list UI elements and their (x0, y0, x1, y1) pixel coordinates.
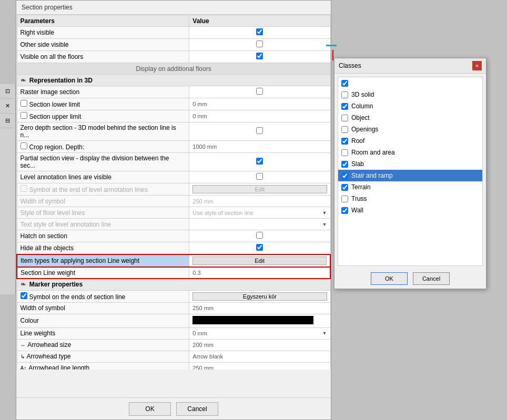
list-item[interactable]: Truss (338, 193, 482, 204)
section-upper-limit-checkbox[interactable] (21, 112, 27, 119)
class-checkbox-roof[interactable] (341, 138, 348, 145)
row-value: 0 mm ▼ (189, 327, 330, 339)
cancel-button[interactable]: Cancel (176, 402, 218, 416)
dialog-bottom-buttons: OK Cancel (334, 269, 486, 288)
classes-cancel-button[interactable]: Cancel (413, 272, 450, 285)
row-label: Right visible (17, 27, 189, 39)
table-row: Level annotation lines are visible (17, 171, 330, 183)
dropdown-arrow-icon: ▼ (322, 210, 327, 216)
partial-section-checkbox[interactable] (256, 158, 263, 165)
list-item-selected[interactable]: Stair and ramp (338, 170, 482, 181)
table-row: Raster image section (17, 86, 330, 98)
row-label: Visible on all the floors (17, 51, 189, 63)
colour-swatch[interactable] (192, 316, 313, 324)
row-label: Line weights (17, 327, 189, 339)
table-row: Right visible (17, 27, 330, 39)
row-value: Edit (189, 183, 330, 196)
list-item[interactable]: Wall (338, 204, 482, 216)
style-floor-value: Use style of section line (192, 210, 254, 216)
row-label: Style of floor level lines (17, 207, 189, 219)
group-header-label: Display on additional floors (17, 63, 330, 75)
class-label: Stair and ramp (351, 172, 393, 179)
section-lower-limit-checkbox[interactable] (21, 100, 27, 107)
hide-objects-checkbox[interactable] (256, 244, 263, 251)
class-checkbox-column[interactable] (341, 103, 348, 110)
section-line-weight-row: Section Line weight 0.3 (17, 267, 330, 279)
class-checkbox-object[interactable] (341, 115, 348, 121)
arrowhead-type-icon: ↳ (21, 354, 25, 360)
table-row: Text style of level annotation line ▼ (17, 219, 330, 230)
level-annotation-checkbox[interactable] (256, 173, 263, 180)
left-side-toolbar: ⊡ ✕ ⊟ (0, 84, 16, 294)
list-item[interactable] (338, 77, 482, 89)
crop-region-checkbox[interactable] (21, 142, 27, 149)
list-item[interactable]: Slab (338, 158, 482, 170)
table-row: Section upper limit 0 mm (17, 110, 330, 122)
value-header: Value (189, 15, 330, 27)
visible-all-floors-checkbox[interactable] (256, 53, 263, 59)
row-label: Hatch on section (17, 230, 189, 242)
list-item[interactable]: 3D solid (338, 89, 482, 100)
class-checkbox-room[interactable] (341, 149, 348, 156)
other-side-visible-checkbox[interactable] (256, 40, 263, 47)
item-types-edit-button[interactable]: Edit (192, 257, 327, 265)
ok-button[interactable]: OK (129, 402, 171, 416)
symbol-ends-checkbox[interactable] (21, 292, 27, 299)
symbol-end-checkbox[interactable] (21, 185, 27, 192)
classes-ok-button[interactable]: OK (371, 272, 408, 285)
row-value: 250 mm (189, 196, 330, 207)
row-value (189, 86, 330, 98)
table-row: ❧ Marker properties (17, 279, 330, 290)
dialog-close-button[interactable]: × (472, 61, 482, 70)
list-item[interactable]: Openings (338, 124, 482, 135)
symbol-end-edit-button[interactable]: Edit (192, 185, 327, 193)
parameters-header: Parameters (17, 15, 189, 27)
table-row: Symbol at the end of level annotation li… (17, 183, 330, 196)
arrowhead-line-length-icon: A↕ (21, 365, 27, 370)
class-checkbox-slab[interactable] (341, 161, 348, 168)
list-item[interactable]: Column (338, 100, 482, 112)
line-weights-value: 0 mm (192, 330, 207, 336)
zero-depth-checkbox[interactable] (256, 127, 263, 134)
classes-list: 3D solid Column Object Openings Roof Roo… (338, 77, 483, 266)
symbol-ends-edit-button[interactable]: Egyszeru kör (192, 292, 327, 301)
item-types-label: Item types for applying section Line wei… (17, 254, 189, 267)
table-row: Partial section view - display the divis… (17, 153, 330, 171)
class-checkbox-3dsolid[interactable] (341, 91, 348, 98)
row-value (189, 314, 330, 327)
left-icon-2[interactable]: ✕ (0, 99, 15, 114)
table-row: ↳Arrowhead type Arrow blank (17, 351, 330, 362)
table-row: Visible on all the floors (17, 51, 330, 63)
class-checkbox-wall[interactable] (341, 207, 348, 214)
dialog-titlebar: Classes × (334, 58, 486, 74)
list-item[interactable]: Object (338, 112, 482, 124)
hatch-section-checkbox[interactable] (256, 232, 263, 239)
row-label: Other side visible (17, 39, 189, 51)
dialog-title: Classes (339, 62, 361, 69)
list-item[interactable]: Terrain (338, 181, 482, 193)
class-checkbox-stair[interactable] (341, 172, 348, 179)
left-icon-3[interactable]: ⊟ (0, 114, 15, 128)
list-item[interactable]: Roof (338, 135, 482, 147)
class-checkbox-openings[interactable] (341, 126, 348, 133)
class-checkbox-blank[interactable] (341, 80, 348, 87)
right-visible-checkbox[interactable] (256, 28, 263, 35)
raster-image-checkbox[interactable] (256, 88, 263, 95)
table-row: A↕Arrowhead line length 250 mm (17, 362, 330, 370)
row-value (189, 153, 330, 171)
section-collapse-icon-2[interactable]: ❧ (21, 281, 26, 288)
section-collapse-icon[interactable]: ❧ (21, 77, 26, 84)
row-value: Use style of section line ▼ (189, 207, 330, 219)
row-value: 0 mm (189, 98, 330, 110)
class-label: Object (351, 114, 370, 121)
row-value: 1000 mm (189, 141, 330, 153)
class-checkbox-truss[interactable] (341, 196, 348, 202)
class-checkbox-terrain[interactable] (341, 184, 348, 191)
row-label: Raster image section (17, 86, 189, 98)
properties-table: Parameters Value Right visible Other sid… (16, 15, 331, 370)
left-icon-1[interactable]: ⊡ (0, 84, 15, 99)
row-label: Width of symbol (17, 196, 189, 207)
row-label: Text style of level annotation line (17, 219, 189, 230)
classes-dialog: Classes × 3D solid Column Object Opening… (334, 58, 486, 289)
list-item[interactable]: Room and area (338, 147, 482, 158)
